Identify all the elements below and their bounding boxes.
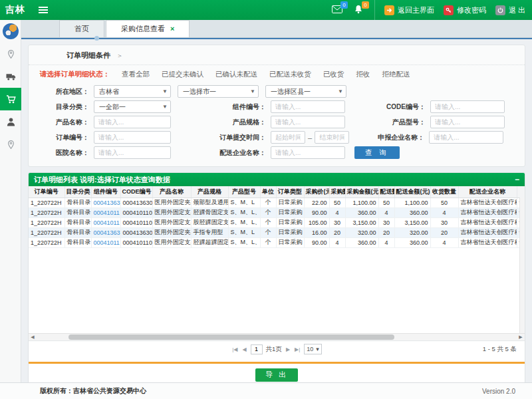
- tab-home[interactable]: 首页: [59, 20, 104, 37]
- sidebar-item-procurement[interactable]: [0, 88, 21, 110]
- menu-toggle-icon[interactable]: [39, 7, 48, 13]
- status-option[interactable]: 拒收: [356, 70, 370, 79]
- order-time-label: 订单提交时间：: [171, 133, 271, 142]
- table-empty-area: [29, 248, 525, 333]
- last-page-icon[interactable]: ▶|: [294, 346, 301, 352]
- mail-badge: 0: [340, 1, 348, 9]
- return-icon: [384, 5, 394, 15]
- table-cell: 00041363000: [120, 227, 152, 237]
- declare-company-input[interactable]: [429, 131, 503, 144]
- sidebar-item-user[interactable]: [0, 110, 21, 133]
- table-row[interactable]: 1_220722H骨科目录0004136300041363000医用外固定夹板手…: [29, 227, 525, 237]
- status-option[interactable]: 已确认未配送: [215, 70, 257, 79]
- table-cell: 医用外固定夹板: [152, 227, 191, 237]
- export-button[interactable]: 导 出: [255, 368, 298, 382]
- column-header: 配送企业名称: [458, 186, 517, 198]
- county-select[interactable]: 一选择区县一▼: [265, 85, 346, 98]
- table-row[interactable]: 1_220722H骨科目录0004101100041011002医用外固定支具胫…: [29, 207, 525, 217]
- table-cell: 吉林省恒达天创医疗科技有限公司: [458, 207, 517, 217]
- component-no-link[interactable]: 00041011: [91, 237, 120, 247]
- prev-page-icon[interactable]: ◀: [241, 346, 247, 352]
- return-main-button[interactable]: 返回主界面: [384, 5, 434, 15]
- catalog-select[interactable]: 一全部一▼: [94, 100, 171, 113]
- order-list-panel: 订单明细列表 说明:选择订单状态查询数据 − 订单编号目录分类组件编号CODE编…: [28, 172, 525, 382]
- table-cell: 股胫踝固定支具: [191, 217, 228, 227]
- table-cell: 00041011002: [120, 207, 152, 217]
- query-button[interactable]: 查 询: [354, 146, 400, 159]
- component-no-input[interactable]: [271, 100, 345, 113]
- province-select[interactable]: 吉林省▼: [94, 85, 171, 98]
- page-size-select[interactable]: 10 ▾: [304, 344, 322, 354]
- status-option[interactable]: 已提交未确认: [162, 70, 203, 79]
- start-time-input[interactable]: [271, 131, 305, 144]
- notification-button[interactable]: 0: [353, 5, 365, 15]
- column-header: 采购数: [329, 186, 345, 198]
- scroll-left-icon[interactable]: ◀: [29, 334, 37, 340]
- collapse-panel-icon[interactable]: −: [515, 176, 519, 184]
- table-cell: 360.00: [345, 237, 378, 247]
- user-avatar[interactable]: [0, 20, 21, 43]
- sidebar-item-delivery[interactable]: [0, 65, 21, 88]
- horizontal-scrollbar[interactable]: ◀ ▶: [29, 333, 525, 340]
- code-no-input[interactable]: [430, 100, 505, 113]
- component-no-link[interactable]: 00041363: [91, 227, 120, 237]
- first-page-icon[interactable]: |◀: [231, 346, 238, 352]
- table-row[interactable]: 1_220722H骨科目录0004136300041363001医用外固定夹板颈…: [29, 198, 525, 207]
- table-cell: 吉林省恒达天创医疗科技有限公司: [458, 227, 517, 237]
- table-cell: 个: [260, 217, 276, 227]
- logout-button[interactable]: 退 出: [495, 5, 525, 15]
- table-cell: 20: [329, 227, 345, 237]
- order-list-title: 订单明细列表 说明:选择订单状态查询数据: [34, 175, 170, 185]
- tab-procurement-info[interactable]: 采购信息查看 ×: [106, 20, 190, 37]
- person-icon: [6, 117, 16, 127]
- chevron-down-icon: ▼: [250, 86, 255, 97]
- table-cell: 4: [329, 237, 345, 247]
- pagination-bar: |◀ ◀ 共1页 ▶ ▶| 10 ▾ 1 - 5 共 5 条: [29, 340, 525, 358]
- product-spec-input[interactable]: [271, 116, 345, 128]
- table-cell: 90.00: [304, 237, 329, 247]
- order-no-input[interactable]: [94, 131, 171, 144]
- table-cell: 1,100.00: [394, 198, 430, 207]
- component-no-label: 组件编号：: [171, 102, 271, 112]
- change-password-button[interactable]: 修改密码: [444, 5, 486, 15]
- component-no-link[interactable]: 00041011: [91, 207, 120, 217]
- column-header: 配送金额(元): [394, 186, 430, 198]
- scroll-right-icon[interactable]: ▶: [517, 334, 525, 340]
- sidebar-item-location-top[interactable]: [0, 43, 21, 65]
- table-row[interactable]: 1_220722H骨科目录0004101100041011001医用外固定支具股…: [29, 217, 525, 227]
- close-tab-icon[interactable]: ×: [170, 21, 174, 37]
- component-no-link[interactable]: 00041363: [91, 198, 120, 207]
- scrollbar-thumb[interactable]: [68, 334, 394, 340]
- mail-button[interactable]: 0: [332, 5, 344, 15]
- hospital-label: 医院名称：: [30, 148, 94, 158]
- status-option[interactable]: 拒绝配送: [382, 70, 410, 79]
- column-header: 订单编号: [29, 186, 65, 198]
- table-cell: S、M、L、加: [228, 217, 260, 227]
- status-option[interactable]: 已收货: [323, 70, 344, 79]
- table-cell: 医用外固定支具: [152, 237, 191, 247]
- table-cell: 22.00: [304, 198, 329, 207]
- filter-panel-title[interactable]: 订单明细条件 ＞: [29, 45, 525, 65]
- product-name-input[interactable]: [94, 116, 171, 128]
- component-no-link[interactable]: 00041011: [91, 217, 120, 227]
- next-page-icon[interactable]: ▶: [285, 346, 291, 352]
- table-row[interactable]: 1_220722H骨科目录0004101100041011002医用外固定支具胫…: [29, 237, 525, 247]
- delivery-company-input[interactable]: [271, 146, 345, 159]
- status-options: 查看全部已提交未确认已确认未配送已配送未收货已收货拒收拒绝配送: [122, 70, 410, 79]
- hospital-input[interactable]: [94, 146, 171, 159]
- table-cell: 骨科目录: [65, 237, 91, 247]
- table-cell: 个: [260, 198, 276, 207]
- vertical-scrollbar[interactable]: [519, 198, 525, 333]
- sidebar-item-location-bottom[interactable]: [0, 133, 21, 156]
- table-cell: 骨科目录: [65, 198, 91, 207]
- city-select[interactable]: 一选择市一▼: [178, 85, 259, 98]
- status-option[interactable]: 已配送未收货: [269, 70, 311, 79]
- table-cell: 00041011001: [120, 217, 152, 227]
- page-number-input[interactable]: [251, 344, 263, 354]
- table-cell: 胫踝超踝固定支具: [191, 237, 228, 247]
- product-model-input[interactable]: [430, 116, 505, 128]
- status-option[interactable]: 查看全部: [122, 70, 150, 79]
- table-cell: 320.00: [345, 227, 378, 237]
- table-cell: 1_220722H: [29, 207, 65, 217]
- end-time-input[interactable]: [315, 131, 349, 144]
